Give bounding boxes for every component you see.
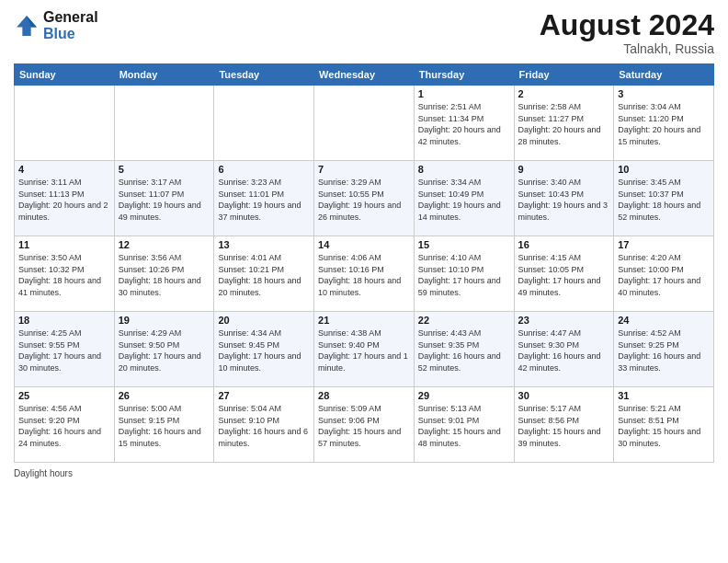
calendar-cell: 21Sunrise: 4:38 AMSunset: 9:40 PMDayligh… <box>314 312 415 387</box>
day-info: Sunrise: 5:13 AMSunset: 9:01 PMDaylight:… <box>418 403 510 449</box>
day-info: Sunrise: 4:43 AMSunset: 9:35 PMDaylight:… <box>418 327 510 373</box>
day-number: 24 <box>618 315 710 326</box>
day-info: Sunrise: 4:47 AMSunset: 9:30 PMDaylight:… <box>518 327 610 373</box>
calendar-cell <box>214 86 314 161</box>
calendar-cell <box>114 86 214 161</box>
calendar-cell <box>15 86 115 161</box>
day-number: 6 <box>218 164 310 175</box>
day-info: Sunrise: 4:01 AMSunset: 10:21 PMDaylight… <box>218 252 310 298</box>
day-info: Sunrise: 3:23 AMSunset: 11:01 PMDaylight… <box>218 177 310 223</box>
calendar-cell: 28Sunrise: 5:09 AMSunset: 9:06 PMDayligh… <box>314 387 415 463</box>
logo-text: General Blue <box>43 9 98 42</box>
calendar-cell: 25Sunrise: 4:56 AMSunset: 9:20 PMDayligh… <box>15 387 115 463</box>
week-row-2: 4Sunrise: 3:11 AMSunset: 11:13 PMDayligh… <box>15 161 714 236</box>
col-header-friday: Friday <box>514 64 614 86</box>
logo: General Blue <box>14 9 98 42</box>
calendar-cell: 31Sunrise: 5:21 AMSunset: 8:51 PMDayligh… <box>614 387 714 463</box>
day-info: Sunrise: 3:17 AMSunset: 11:07 PMDaylight… <box>119 177 210 223</box>
day-number: 4 <box>18 164 110 175</box>
day-info: Sunrise: 3:40 AMSunset: 10:43 PMDaylight… <box>518 177 610 223</box>
week-row-1: 1Sunrise: 2:51 AMSunset: 11:34 PMDayligh… <box>15 86 714 161</box>
day-info: Sunrise: 4:34 AMSunset: 9:45 PMDaylight:… <box>218 327 310 373</box>
day-number: 17 <box>618 239 710 250</box>
calendar-cell: 16Sunrise: 4:15 AMSunset: 10:05 PMDaylig… <box>514 236 614 312</box>
day-number: 12 <box>119 239 210 250</box>
calendar-cell: 3Sunrise: 3:04 AMSunset: 11:20 PMDayligh… <box>614 86 714 161</box>
day-number: 21 <box>318 315 410 326</box>
calendar-cell: 26Sunrise: 5:00 AMSunset: 9:15 PMDayligh… <box>114 387 214 463</box>
day-info: Sunrise: 3:11 AMSunset: 11:13 PMDaylight… <box>18 177 110 223</box>
day-info: Sunrise: 5:00 AMSunset: 9:15 PMDaylight:… <box>119 403 210 449</box>
day-info: Sunrise: 4:52 AMSunset: 9:25 PMDaylight:… <box>618 327 710 373</box>
day-info: Sunrise: 3:56 AMSunset: 10:26 PMDaylight… <box>119 252 210 298</box>
calendar-table: SundayMondayTuesdayWednesdayThursdayFrid… <box>14 63 714 463</box>
day-number: 10 <box>618 164 710 175</box>
calendar-cell: 23Sunrise: 4:47 AMSunset: 9:30 PMDayligh… <box>514 312 614 387</box>
day-number: 11 <box>18 239 110 250</box>
calendar-cell <box>314 86 415 161</box>
header-row: SundayMondayTuesdayWednesdayThursdayFrid… <box>15 64 714 86</box>
calendar-cell: 17Sunrise: 4:20 AMSunset: 10:00 PMDaylig… <box>614 236 714 312</box>
day-info: Sunrise: 5:21 AMSunset: 8:51 PMDaylight:… <box>618 403 710 449</box>
day-info: Sunrise: 4:15 AMSunset: 10:05 PMDaylight… <box>518 252 610 298</box>
day-info: Sunrise: 4:56 AMSunset: 9:20 PMDaylight:… <box>18 403 110 449</box>
day-number: 8 <box>418 164 510 175</box>
day-info: Sunrise: 2:58 AMSunset: 11:27 PMDaylight… <box>518 101 610 147</box>
day-number: 16 <box>518 239 610 250</box>
day-number: 1 <box>418 88 510 99</box>
day-number: 20 <box>218 315 310 326</box>
page: General Blue August 2024 Talnakh, Russia… <box>0 0 728 563</box>
calendar-cell: 10Sunrise: 3:45 AMSunset: 10:37 PMDaylig… <box>614 161 714 236</box>
day-number: 28 <box>318 390 410 401</box>
calendar-cell: 29Sunrise: 5:13 AMSunset: 9:01 PMDayligh… <box>414 387 514 463</box>
day-info: Sunrise: 2:51 AMSunset: 11:34 PMDaylight… <box>418 101 510 147</box>
day-info: Sunrise: 4:10 AMSunset: 10:10 PMDaylight… <box>418 252 510 298</box>
day-info: Sunrise: 3:50 AMSunset: 10:32 PMDaylight… <box>18 252 110 298</box>
day-info: Sunrise: 3:29 AMSunset: 10:55 PMDaylight… <box>318 177 410 223</box>
day-info: Sunrise: 3:34 AMSunset: 10:49 PMDaylight… <box>418 177 510 223</box>
calendar-cell: 8Sunrise: 3:34 AMSunset: 10:49 PMDayligh… <box>414 161 514 236</box>
calendar-cell: 12Sunrise: 3:56 AMSunset: 10:26 PMDaylig… <box>114 236 214 312</box>
location-title: Talnakh, Russia <box>540 41 714 56</box>
day-number: 23 <box>518 315 610 326</box>
footer-label: Daylight hours <box>14 468 73 478</box>
calendar-cell: 14Sunrise: 4:06 AMSunset: 10:16 PMDaylig… <box>314 236 415 312</box>
calendar-cell: 19Sunrise: 4:29 AMSunset: 9:50 PMDayligh… <box>114 312 214 387</box>
month-title: August 2024 <box>540 9 714 41</box>
day-number: 22 <box>418 315 510 326</box>
day-info: Sunrise: 3:04 AMSunset: 11:20 PMDaylight… <box>618 101 710 147</box>
calendar-cell: 1Sunrise: 2:51 AMSunset: 11:34 PMDayligh… <box>414 86 514 161</box>
calendar-cell: 11Sunrise: 3:50 AMSunset: 10:32 PMDaylig… <box>15 236 115 312</box>
calendar-cell: 2Sunrise: 2:58 AMSunset: 11:27 PMDayligh… <box>514 86 614 161</box>
day-info: Sunrise: 4:38 AMSunset: 9:40 PMDaylight:… <box>318 327 410 373</box>
calendar-cell: 22Sunrise: 4:43 AMSunset: 9:35 PMDayligh… <box>414 312 514 387</box>
day-number: 2 <box>518 88 610 99</box>
col-header-wednesday: Wednesday <box>314 64 415 86</box>
day-number: 26 <box>119 390 210 401</box>
day-info: Sunrise: 4:29 AMSunset: 9:50 PMDaylight:… <box>119 327 210 373</box>
calendar-cell: 9Sunrise: 3:40 AMSunset: 10:43 PMDayligh… <box>514 161 614 236</box>
col-header-sunday: Sunday <box>15 64 115 86</box>
calendar-cell: 5Sunrise: 3:17 AMSunset: 11:07 PMDayligh… <box>114 161 214 236</box>
calendar-cell: 13Sunrise: 4:01 AMSunset: 10:21 PMDaylig… <box>214 236 314 312</box>
day-number: 5 <box>119 164 210 175</box>
calendar-cell: 27Sunrise: 5:04 AMSunset: 9:10 PMDayligh… <box>214 387 314 463</box>
footer: Daylight hours <box>14 468 714 478</box>
day-info: Sunrise: 4:06 AMSunset: 10:16 PMDaylight… <box>318 252 410 298</box>
week-row-5: 25Sunrise: 4:56 AMSunset: 9:20 PMDayligh… <box>15 387 714 463</box>
day-number: 27 <box>218 390 310 401</box>
col-header-saturday: Saturday <box>614 64 714 86</box>
calendar-cell: 6Sunrise: 3:23 AMSunset: 11:01 PMDayligh… <box>214 161 314 236</box>
calendar-cell: 15Sunrise: 4:10 AMSunset: 10:10 PMDaylig… <box>414 236 514 312</box>
day-number: 30 <box>518 390 610 401</box>
calendar-cell: 30Sunrise: 5:17 AMSunset: 8:56 PMDayligh… <box>514 387 614 463</box>
day-info: Sunrise: 5:09 AMSunset: 9:06 PMDaylight:… <box>318 403 410 449</box>
day-number: 13 <box>218 239 310 250</box>
title-block: August 2024 Talnakh, Russia <box>540 9 714 56</box>
week-row-4: 18Sunrise: 4:25 AMSunset: 9:55 PMDayligh… <box>15 312 714 387</box>
day-number: 25 <box>18 390 110 401</box>
col-header-tuesday: Tuesday <box>214 64 314 86</box>
col-header-thursday: Thursday <box>414 64 514 86</box>
col-header-monday: Monday <box>114 64 214 86</box>
calendar-cell: 24Sunrise: 4:52 AMSunset: 9:25 PMDayligh… <box>614 312 714 387</box>
